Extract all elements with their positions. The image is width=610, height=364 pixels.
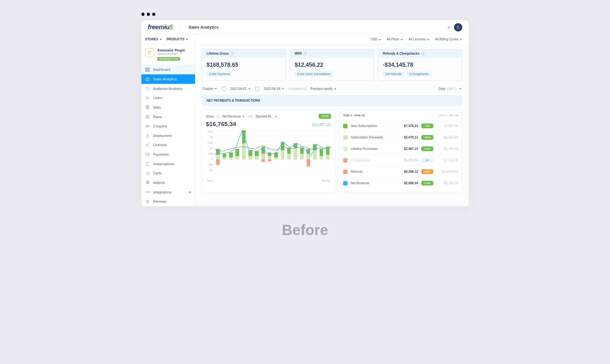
color-swatch (343, 170, 348, 174)
svg-point-0 (458, 26, 459, 27)
integrations-icon (145, 190, 150, 194)
y-tick: 1.5K (206, 141, 213, 144)
nav-integrations[interactable]: Integrations (141, 187, 195, 197)
change-badge: +34% (421, 146, 433, 151)
metric-row[interactable]: Subscription Renewals$2,478.11+60%$5,043… (343, 131, 458, 143)
chart-value-compare: $14,587.23 (312, 123, 331, 127)
main-content: USD All Plans All Licenses All Billing C… (195, 34, 469, 206)
currency-filter[interactable]: USD (370, 37, 381, 41)
billing-filter[interactable]: All Billing Cycles (435, 37, 462, 41)
chevron-down-icon (188, 191, 191, 193)
chart-bar[interactable] (293, 130, 298, 171)
metric-row[interactable]: Net Revenue$2,098.34+12%$2,145.78 (343, 177, 458, 189)
nav-addons[interactable]: Addons (141, 178, 195, 187)
y-tick: 2K (206, 136, 213, 138)
topbar-menu-chevron[interactable] (447, 26, 450, 29)
coupons-icon (145, 124, 150, 129)
chart-bar[interactable] (280, 130, 285, 171)
color-swatch (343, 147, 348, 151)
plugin-selector-chevron[interactable] (180, 52, 183, 55)
kpi-tag: 433 Refunds (383, 71, 404, 77)
metric-row[interactable]: Chargebacks$1,354.380%$1,354.38 (343, 154, 458, 166)
nav-deployment[interactable]: Deployment (141, 131, 195, 140)
chart-bar[interactable] (248, 130, 253, 171)
nav-sites[interactable]: Sites (141, 103, 195, 112)
granularity[interactable]: Daily (GMT) (438, 87, 462, 91)
chart-bar[interactable] (274, 130, 279, 171)
color-swatch (343, 158, 348, 163)
nav-subscriptions[interactable]: Subscriptions (141, 159, 195, 169)
info-icon[interactable]: i (231, 52, 234, 55)
svg-point-7 (146, 97, 148, 98)
breakdown-select[interactable]: Stacked Br... (255, 115, 277, 118)
chart-bar[interactable] (325, 130, 330, 171)
kpi-card: MRRi$12,456.222,231 Active Subscriptions (290, 49, 374, 81)
svg-rect-3 (146, 70, 147, 71)
change-badge: 0% (421, 158, 433, 163)
chart-bar[interactable] (319, 130, 324, 171)
chart-bar[interactable] (228, 130, 234, 171)
chart-bar[interactable] (312, 130, 317, 171)
chart-bar[interactable] (241, 130, 246, 171)
chart-bar[interactable] (235, 130, 240, 171)
info-icon[interactable]: i (216, 115, 220, 118)
chart-bar[interactable] (254, 130, 259, 171)
nav-reviews[interactable]: Reviews (141, 197, 195, 206)
calendar-icon[interactable] (221, 86, 226, 91)
x-start: Aug 1 (207, 179, 214, 182)
range-current: AUG 1 - AUG 18 (343, 114, 365, 117)
chart-bar[interactable] (299, 130, 304, 171)
nav-dashboard[interactable]: Dashboard (141, 65, 195, 75)
nav-plans[interactable]: Plans (141, 112, 195, 122)
plugin-slug: awesome-plugin (157, 52, 178, 55)
section-header: NET PAYMENTS & TRANSACTIONS (202, 95, 462, 106)
chart-bar[interactable] (222, 130, 227, 171)
nav-coupons[interactable]: Coupons (141, 121, 195, 131)
svg-point-13 (146, 145, 148, 146)
plugin-name: Awesome Plugin (157, 48, 191, 52)
licenses-filter[interactable]: All Licenses (409, 37, 429, 41)
products-dropdown[interactable]: PRODUCTS (166, 37, 188, 41)
nav-users[interactable]: Users (141, 93, 195, 103)
date-to[interactable]: 2022-04-18 (264, 87, 284, 91)
date-from[interactable]: 2022-04-01 (230, 87, 250, 91)
chart-bar[interactable] (267, 130, 272, 171)
show-label: Show (206, 115, 214, 118)
plans-filter[interactable]: All Plans (387, 37, 403, 41)
metric-row[interactable]: Refunds$9,398.12+88%$14,978.45 (343, 166, 458, 177)
svg-point-8 (148, 97, 149, 98)
avatar[interactable] (454, 23, 462, 31)
color-swatch (343, 124, 348, 128)
nav-payments[interactable]: Payments (141, 150, 195, 159)
color-swatch (343, 135, 348, 140)
range-prev: JUL 1 - JUL 18 (438, 114, 458, 117)
y-tick: 500 (206, 152, 213, 155)
nav-licenses[interactable]: Licenses (141, 140, 195, 150)
svg-point-6 (146, 87, 149, 90)
nav-audience-analytics[interactable]: Audience Analytics (141, 84, 195, 93)
info-icon[interactable]: i (421, 52, 425, 55)
metric-select[interactable]: Net Revenue (222, 115, 245, 118)
stores-dropdown[interactable]: STORES (145, 37, 162, 41)
info-icon[interactable]: i (304, 52, 307, 55)
nav-carts[interactable]: Carts (141, 168, 195, 178)
nav-sales-analytics[interactable]: Sales Analytics (141, 74, 195, 84)
svg-rect-1 (146, 68, 147, 69)
chart-panel: Show i Net Revenue with Stacked Br... +2… (202, 110, 335, 193)
metric-row[interactable]: Lifetime Purchases$2,467.15+34%$2,789.45 (343, 143, 458, 154)
chart-bar[interactable] (306, 130, 311, 171)
compare-range[interactable]: Previous month (310, 87, 336, 91)
licenses-icon (145, 143, 150, 147)
chart-bar[interactable] (287, 130, 292, 171)
chart-bar[interactable] (261, 130, 266, 171)
users-icon (145, 96, 150, 100)
change-badge: +60% (421, 135, 433, 140)
logo[interactable]: freemiu$ (148, 24, 173, 31)
kpi-card: Lifetime Grossi$168,578.653,456 Payments (202, 49, 286, 81)
calendar-icon[interactable] (255, 86, 260, 91)
chart-bar[interactable] (215, 130, 220, 171)
range-mode[interactable]: Custom (202, 87, 217, 91)
color-swatch (343, 181, 348, 185)
svg-rect-2 (148, 68, 149, 69)
metric-row[interactable]: New Subscriptions$7,476.23+8%$7,587.90 (343, 120, 458, 131)
